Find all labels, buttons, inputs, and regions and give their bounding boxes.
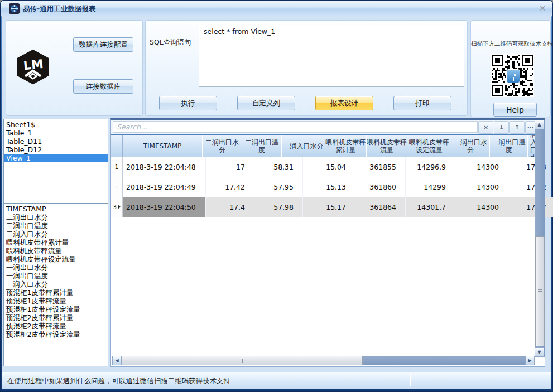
table-list-item[interactable]: Sheet1$ <box>4 120 108 129</box>
scroll-right-icon[interactable]: ▶ <box>525 356 535 365</box>
scroll-down-icon[interactable]: ▼ <box>535 347 544 357</box>
window-title: 易传-通用工业数据报表 <box>23 4 95 14</box>
current-row-arrow-icon <box>118 205 121 209</box>
column-header[interactable]: 喂料机皮带秤累计量 <box>325 135 367 157</box>
cell[interactable]: 57.98 <box>254 197 303 217</box>
field-list-item[interactable]: 预混柜1皮带秤流量 <box>4 297 108 305</box>
table-row[interactable]: · 2018-3-19 22:04:49 17.42 57.95 15.13 3… <box>111 177 535 198</box>
app-window: 易传-通用工业数据报表 ✕ LM 数据库连接配置 连接数据库 SQL查询语句 s… <box>0 0 553 392</box>
connect-db-button[interactable]: 连接数据库 <box>73 79 133 94</box>
cell[interactable]: 14296.9 <box>406 157 455 177</box>
cell[interactable]: 17.4 <box>206 197 254 217</box>
field-list-item[interactable]: 预混柜2皮带秤流量 <box>4 322 108 330</box>
status-bar: 在使用过程中如果遇到什么问题，可以通过微信扫描二维码获得技术支持 <box>2 372 551 389</box>
scroll-left-icon[interactable]: ◀ <box>112 356 122 365</box>
field-list-item[interactable]: 二润入口水分 <box>4 230 108 238</box>
field-list-item[interactable]: 二润出口水分 <box>4 213 108 221</box>
table-list-item[interactable]: Table_D11 <box>4 137 108 146</box>
cell[interactable]: 58.31 <box>254 157 303 177</box>
db-config-button[interactable]: 数据库连接配置 <box>73 37 133 52</box>
field-list-item[interactable]: 预混柜2皮带秤设定流量 <box>4 330 108 338</box>
custom-columns-button[interactable]: 自定义列 <box>237 96 295 110</box>
status-divider <box>410 374 411 386</box>
cell-timestamp[interactable]: 2018-3-19 22:04:49 <box>123 177 206 197</box>
field-list-item[interactable]: 一润出口水分 <box>4 263 108 272</box>
fields-listbox: TIMESTAMP 二润出口水分 二润出口温度 二润入口水分 喂料机皮带秤累计量… <box>3 203 108 366</box>
column-header[interactable]: 二润入口水分 <box>282 135 325 157</box>
table-row[interactable]: 1 2018-3-19 22:04:48 17 58.31 15.04 3618… <box>111 157 535 178</box>
sql-query-label: SQL查询语句 <box>150 38 191 47</box>
qr-center-logo <box>506 69 520 83</box>
scroll-up-icon[interactable]: ▲ <box>535 120 544 129</box>
execute-button[interactable]: 执行 <box>159 96 217 110</box>
field-list-item[interactable]: 预混柜1皮带秤设定流量 <box>4 305 108 313</box>
grid-search-bar: × ↓ ↑ ⋯ <box>111 120 535 135</box>
cell[interactable]: 14300 <box>455 157 508 177</box>
column-header[interactable]: 喂料机皮带秤流量 <box>367 135 407 157</box>
horizontal-scrollbar[interactable]: ◀ ▶ <box>112 356 535 365</box>
cell-timestamp[interactable]: 2018-3-19 22:04:50 <box>123 197 206 217</box>
cell[interactable]: 14300 <box>455 197 508 217</box>
row-gutter: · <box>111 177 123 197</box>
cell[interactable]: 14299 <box>406 177 455 197</box>
cell[interactable]: 17 <box>206 157 254 177</box>
data-grid: × ↓ ↑ ⋯ TIMESTAMP 二润出口水分 二润出口温度 二润入口水分 喂… <box>110 118 545 367</box>
horizontal-scroll-thumb[interactable] <box>122 356 363 365</box>
status-text: 在使用过程中如果遇到什么问题，可以通过微信扫描二维码获得技术支持 <box>7 376 230 386</box>
column-header[interactable]: 一润出口温度 <box>490 135 528 157</box>
cell-timestamp[interactable]: 2018-3-19 22:04:48 <box>123 157 206 177</box>
cell[interactable]: 15.17 <box>303 197 355 217</box>
column-header[interactable]: 喂料机皮带秤设定流量 <box>407 135 451 157</box>
table-list-item[interactable]: Table_D12 <box>4 146 108 154</box>
cell[interactable]: 17.13 <box>508 157 553 177</box>
cell[interactable]: 361864 <box>355 197 406 217</box>
field-list-item[interactable]: 一润入口水分 <box>4 280 108 288</box>
field-list-item[interactable]: 二润出口温度 <box>4 221 108 230</box>
column-header[interactable]: TIMESTAMP <box>123 135 203 157</box>
column-header-clipped[interactable]: 一润入口水分 <box>528 135 535 157</box>
vertical-scroll-thumb[interactable] <box>535 236 545 346</box>
cell[interactable]: 17.17 <box>508 197 553 217</box>
field-list-item[interactable]: 喂料机皮带秤流量 <box>4 246 108 255</box>
cell[interactable]: 15.13 <box>303 177 355 197</box>
field-list-item[interactable]: 喂料机皮带秤累计量 <box>4 238 108 246</box>
report-design-button[interactable]: 报表设计 <box>315 96 373 110</box>
search-clear-icon[interactable]: × <box>478 121 493 134</box>
search-prev-icon[interactable]: ↑ <box>509 121 525 134</box>
grid-empty-area <box>111 217 535 355</box>
column-header[interactable]: 二润出口温度 <box>242 135 282 157</box>
column-header[interactable]: 二润出口水分 <box>203 135 242 157</box>
vertical-scrollbar[interactable]: ▲ ▼ <box>535 120 545 357</box>
sql-query-input[interactable]: select * from View_1 <box>199 25 464 87</box>
row-gutter: 3 <box>111 197 123 217</box>
tables-listbox: Sheet1$ Table_1 Table_D11 Table_D12 View… <box>3 119 108 204</box>
grid-header-row: TIMESTAMP 二润出口水分 二润出口温度 二润入口水分 喂料机皮带秤累计量… <box>111 135 535 157</box>
lm-logo: LM <box>15 49 51 85</box>
field-list-item[interactable]: 一润出口温度 <box>4 272 108 280</box>
cell[interactable]: 361855 <box>355 157 406 177</box>
table-list-item[interactable]: Table_1 <box>4 129 108 137</box>
cell[interactable]: 57.95 <box>254 177 303 197</box>
search-input[interactable] <box>113 121 478 133</box>
field-list-item[interactable]: 预混柜2皮带秤累计量 <box>4 313 108 322</box>
qr-hint-text: 扫描下方二维码可获取技术支持 <box>471 40 549 48</box>
row-number: 3 <box>113 204 117 211</box>
table-row-selected[interactable]: 3 2018-3-19 22:04:50 17.4 57.98 15.17 36… <box>111 197 535 218</box>
cell[interactable]: 14301.7 <box>406 197 455 217</box>
search-next-icon[interactable]: ↓ <box>494 121 509 134</box>
table-list-item-selected[interactable]: View_1 <box>4 154 108 162</box>
column-header[interactable]: 一润出口水分 <box>451 135 490 157</box>
close-icon[interactable]: ✕ <box>535 3 550 14</box>
field-list-item[interactable]: 喂料机皮带秤设定流量 <box>4 255 108 263</box>
cell[interactable]: 15.04 <box>303 157 355 177</box>
cell[interactable]: 14300 <box>455 177 508 197</box>
help-button[interactable]: Help <box>493 103 537 117</box>
field-list-item[interactable]: 预混柜1皮带秤累计量 <box>4 288 108 297</box>
titlebar[interactable]: 易传-通用工业数据报表 ✕ <box>1 1 552 17</box>
cell[interactable]: 17.12 <box>508 177 553 197</box>
field-list-item[interactable]: TIMESTAMP <box>4 205 108 213</box>
cell[interactable]: 17.42 <box>206 177 254 197</box>
row-gutter: 1 <box>111 157 123 177</box>
print-button[interactable]: 打印 <box>393 96 451 110</box>
cell[interactable]: 361860 <box>355 177 406 197</box>
